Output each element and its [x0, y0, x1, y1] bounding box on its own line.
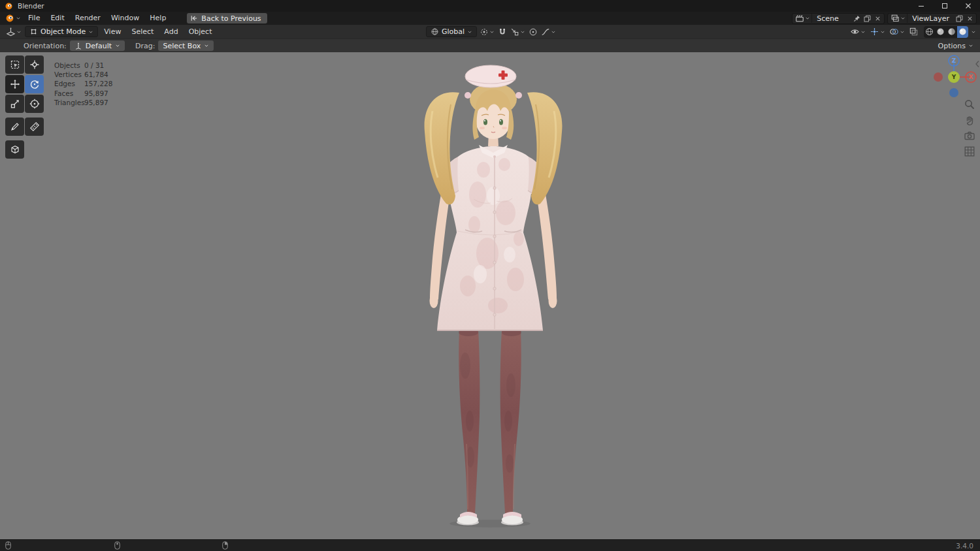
stats-value: 61,784	[84, 70, 112, 79]
close-button[interactable]	[956, 0, 980, 12]
add-cube-tool-button[interactable]	[5, 140, 24, 159]
scale-tool-button[interactable]	[5, 95, 24, 113]
menu-render[interactable]: Render	[70, 12, 106, 24]
options-dropdown[interactable]: Options	[938, 42, 975, 50]
view-axis-gizmo[interactable]: Z X Y	[928, 55, 977, 99]
chevron-down-icon	[489, 29, 495, 35]
blender-menu-button[interactable]	[3, 14, 23, 23]
viewlayer-name-field[interactable]: ViewLayer	[907, 14, 954, 23]
chevron-down-icon	[880, 29, 885, 35]
menu-select[interactable]: Select	[127, 27, 158, 36]
menu-window[interactable]: Window	[106, 12, 144, 24]
scene-name-field[interactable]: Scene	[812, 14, 851, 23]
overlays-dropdown[interactable]	[889, 27, 906, 37]
new-scene-button[interactable]	[862, 14, 872, 23]
toggle-ortho-button[interactable]	[963, 146, 975, 157]
camera-icon	[964, 130, 975, 142]
menu-add[interactable]: Add	[159, 27, 182, 36]
axes-icon	[74, 42, 82, 50]
axis-z-neg-ball[interactable]	[949, 88, 958, 97]
3d-viewport[interactable]: Objects0 / 31 Vertices61,784 Edges157,22…	[0, 52, 980, 539]
stats-row: Faces95,897	[54, 89, 112, 98]
menu-view[interactable]: View	[99, 27, 125, 36]
shading-solid-button[interactable]	[935, 26, 946, 38]
measure-tool-button[interactable]	[25, 118, 44, 136]
maximize-button[interactable]	[933, 0, 956, 12]
menu-edit[interactable]: Edit	[45, 12, 69, 24]
camera-view-button[interactable]	[963, 130, 975, 142]
shading-material-button[interactable]	[946, 26, 957, 38]
pin-scene-button[interactable]	[851, 14, 862, 23]
visibility-filter-dropdown[interactable]	[849, 27, 866, 37]
chevron-down-icon	[467, 29, 472, 35]
viewport-header: Object Mode View Select Add Object Globa…	[0, 25, 980, 39]
rotate-tool-button[interactable]	[25, 75, 44, 93]
chevron-down-icon	[204, 43, 209, 48]
orientation-dropdown[interactable]: Default	[70, 40, 125, 51]
editor-type-button[interactable]	[4, 27, 24, 37]
mode-dropdown[interactable]: Object Mode	[25, 26, 98, 37]
viewlayer-icon	[890, 14, 900, 23]
stats-row: Vertices61,784	[54, 70, 112, 79]
proportional-editing-toggle[interactable]	[528, 27, 538, 37]
stats-row: Edges157,228	[54, 79, 112, 88]
zoom-button[interactable]	[963, 99, 975, 110]
menu-help[interactable]: Help	[144, 12, 171, 24]
3d-cursor-icon	[29, 59, 40, 70]
pivot-point-dropdown[interactable]	[479, 27, 495, 37]
chevron-down-icon	[860, 29, 866, 35]
snap-settings-dropdown[interactable]	[510, 27, 526, 37]
back-arrow-icon	[190, 14, 198, 22]
orientation-value: Default	[86, 42, 112, 50]
duplicate-icon	[955, 14, 964, 23]
menu-object[interactable]: Object	[184, 27, 217, 36]
proportional-falloff-dropdown[interactable]	[540, 27, 557, 37]
transform-orientation-dropdown[interactable]: Global	[426, 26, 477, 37]
drag-field-label: Drag:	[135, 42, 155, 50]
move-tool-button[interactable]	[5, 75, 24, 93]
gizmos-dropdown[interactable]	[869, 27, 886, 37]
drag-dropdown[interactable]: Select Box	[158, 40, 214, 51]
duplicate-icon	[863, 14, 872, 23]
remove-viewlayer-button[interactable]	[964, 15, 975, 22]
close-icon	[966, 15, 973, 22]
chevron-down-icon	[900, 29, 905, 35]
chevron-down-icon	[88, 29, 93, 35]
browse-scene-button[interactable]	[794, 14, 812, 23]
cursor-tool-button[interactable]	[25, 55, 44, 74]
stats-row: Triangles95,897	[54, 98, 112, 107]
orientation-field-label: Orientation:	[24, 42, 67, 50]
transform-icon	[29, 99, 40, 109]
browse-viewlayer-button[interactable]	[889, 14, 907, 23]
mouse-middle-hint-icon	[114, 541, 120, 550]
new-viewlayer-button[interactable]	[954, 14, 964, 23]
blender-window: Blender File Edit Render Window Help Bac…	[0, 0, 980, 551]
menu-file[interactable]: File	[23, 12, 45, 24]
rotate-icon	[29, 79, 40, 89]
mouse-right-hint-icon	[222, 541, 228, 550]
back-to-previous-button[interactable]: Back to Previous	[187, 13, 267, 24]
pan-button[interactable]	[963, 114, 975, 126]
nurse-character-model[interactable]	[0, 52, 980, 539]
stats-value: 157,228	[84, 79, 112, 88]
globe-icon	[431, 27, 439, 36]
pivot-icon	[480, 27, 489, 37]
shading-dropdown-chevron[interactable]	[971, 29, 976, 35]
back-button-label: Back to Previous	[201, 14, 261, 23]
stats-label: Triangles	[54, 98, 84, 107]
snap-toggle[interactable]	[497, 27, 508, 37]
transform-tool-button[interactable]	[25, 95, 44, 113]
blender-logo-icon	[5, 2, 13, 10]
unlink-scene-button[interactable]	[872, 15, 883, 22]
xray-toggle[interactable]	[908, 27, 919, 37]
shading-wireframe-button[interactable]	[924, 26, 935, 38]
minimize-button[interactable]	[909, 0, 933, 12]
shading-rendered-button[interactable]	[957, 26, 968, 38]
select-box-tool-button[interactable]	[5, 55, 24, 74]
annotate-tool-button[interactable]	[5, 118, 24, 136]
axis-x-neg-ball[interactable]	[934, 72, 943, 82]
window-titlebar[interactable]: Blender	[0, 0, 980, 12]
scene-selector: Scene	[792, 13, 885, 24]
sidebar-toggle-arrow[interactable]	[975, 60, 980, 68]
chevron-down-icon	[805, 16, 810, 21]
